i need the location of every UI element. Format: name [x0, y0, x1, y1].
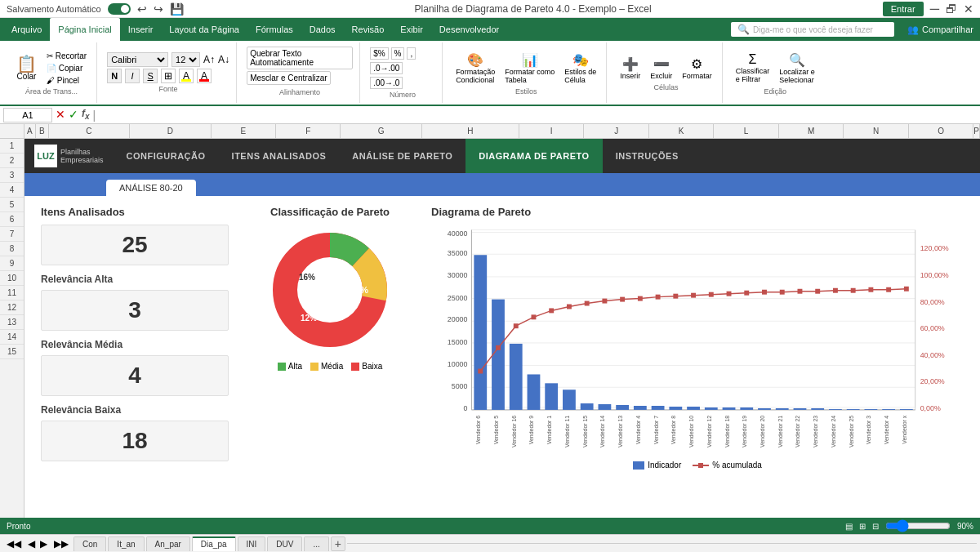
format-table-btn[interactable]: 📊 Formatar comoTabela	[501, 51, 558, 86]
cell-styles-btn[interactable]: 🎭 Estilos deCélula	[561, 51, 599, 86]
tab-revisao[interactable]: Revisão	[344, 18, 393, 41]
nav-analise[interactable]: ANÁLISE DE PARETO	[339, 139, 466, 173]
view-layout-icon[interactable]: ⊞	[859, 522, 866, 531]
tab-arquivo[interactable]: Arquivo	[3, 18, 50, 41]
close-btn[interactable]: ✕	[964, 2, 973, 16]
formula-input[interactable]	[99, 110, 977, 120]
col-o[interactable]: O	[909, 124, 973, 138]
col-k[interactable]: K	[649, 124, 714, 138]
col-c[interactable]: C	[49, 124, 130, 138]
total-card: 25	[41, 225, 229, 265]
font-grow-icon[interactable]: A↑	[203, 54, 215, 65]
tab-exibir[interactable]: Exibir	[392, 18, 431, 41]
view-normal-icon[interactable]: ▤	[845, 522, 853, 531]
copy-btn[interactable]: 📄 Copiar	[43, 63, 90, 73]
undo-icon[interactable]: ↩	[137, 2, 147, 16]
nav-diagrama[interactable]: DIAGRAMA DE PARETO	[466, 139, 602, 173]
comma-btn[interactable]: ,	[407, 47, 416, 60]
border-icon[interactable]: ⊞	[161, 69, 176, 83]
sheet-tab-diapa[interactable]: Dia_pa	[192, 536, 236, 551]
col-g[interactable]: G	[341, 124, 421, 138]
view-page-break-icon[interactable]: ⊟	[872, 522, 879, 531]
nav-instrucoes[interactable]: INSTRUÇÕES	[603, 139, 692, 173]
bold-btn[interactable]: N	[107, 69, 122, 83]
sheet-tab-ini[interactable]: INI	[238, 536, 266, 551]
tab-formulas[interactable]: Fórmulas	[247, 18, 301, 41]
col-b[interactable]: B	[36, 124, 49, 138]
sheet-tab-more[interactable]: ...	[304, 536, 328, 551]
svg-rect-96	[656, 295, 661, 300]
col-a[interactable]: A	[24, 124, 36, 138]
conditional-format-btn[interactable]: 🎨 FormataçãoCondicional	[452, 51, 498, 86]
merge-btn[interactable]: Mesclar e Centralizar	[247, 71, 330, 85]
font-shrink-icon[interactable]: A↓	[218, 54, 229, 65]
zoom-slider[interactable]	[885, 519, 951, 532]
scroll-prev-icon[interactable]: ◀	[26, 538, 37, 550]
svg-rect-94	[620, 297, 625, 302]
delete-btn[interactable]: ➖ Excluir	[647, 55, 675, 82]
cell-reference[interactable]: A1	[3, 108, 52, 122]
underline-btn[interactable]: S	[143, 69, 158, 83]
share-button[interactable]: Compartilhar	[922, 24, 973, 34]
tab-layout[interactable]: Layout da Página	[161, 18, 247, 41]
tab-inicio[interactable]: Página Inicial	[50, 18, 119, 41]
scroll-left-icon[interactable]: ◀◀	[3, 538, 24, 550]
col-n[interactable]: N	[844, 124, 908, 138]
sheet-tab-duv[interactable]: DUV	[267, 536, 302, 551]
minimize-btn[interactable]: ─	[930, 2, 939, 16]
format-cells-btn[interactable]: ⚙ Formatar	[679, 55, 715, 82]
dec-dec-btn[interactable]: .00→.0	[370, 77, 403, 89]
scroll-next-icon[interactable]: ▶	[38, 538, 49, 550]
insert-btn[interactable]: ➕ Inserir	[617, 55, 644, 82]
pct-btn[interactable]: %	[391, 47, 405, 60]
col-l[interactable]: L	[714, 124, 778, 138]
currency-btn[interactable]: $%	[370, 47, 388, 60]
nav-itens[interactable]: ITENS ANALISADOS	[219, 139, 340, 173]
add-sheet-button[interactable]: +	[331, 536, 345, 551]
nav-configuracao[interactable]: CONFIGURAÇÃO	[114, 139, 219, 173]
col-h[interactable]: H	[422, 124, 519, 138]
tab-desenvolvedor[interactable]: Desenvolvedor	[431, 18, 507, 41]
save-icon[interactable]: 💾	[170, 2, 184, 16]
confirm-formula-icon[interactable]: ✓	[69, 108, 78, 121]
sheet-tab-anpar[interactable]: An_par	[146, 536, 190, 551]
insert-function-icon[interactable]: fx	[82, 108, 90, 121]
tab-inserir[interactable]: Inserir	[120, 18, 162, 41]
sheet-tab-itan[interactable]: It_an	[108, 536, 144, 551]
font-color-icon[interactable]: A	[197, 69, 212, 83]
row-3: 3	[0, 168, 24, 183]
scroll-right-icon[interactable]: ▶▶	[51, 538, 72, 550]
col-m[interactable]: M	[779, 124, 844, 138]
col-d[interactable]: D	[130, 124, 211, 138]
find-btn[interactable]: 🔍 Localizar eSelecionar	[776, 51, 818, 86]
autosum-btn[interactable]: Σ Classificare Filtrar	[733, 51, 773, 86]
font-size-select[interactable]: 12	[172, 52, 200, 67]
svg-rect-90	[549, 308, 554, 313]
redo-icon[interactable]: ↪	[154, 2, 163, 16]
italic-btn[interactable]: I	[125, 69, 140, 83]
login-button[interactable]: Entrar	[883, 2, 924, 16]
fill-color-icon[interactable]: A	[179, 69, 194, 83]
wrap-text-btn[interactable]: Quebrar Texto Automaticamente	[247, 47, 353, 69]
autosave-toggle[interactable]	[108, 3, 131, 15]
col-j[interactable]: J	[584, 124, 648, 138]
col-f[interactable]: F	[276, 124, 341, 138]
svg-rect-87	[496, 345, 501, 350]
cancel-formula-icon[interactable]: ✕	[56, 108, 65, 121]
format-painter-btn[interactable]: 🖌 Pincel	[43, 75, 90, 86]
col-p[interactable]: P	[973, 124, 980, 138]
sub-tab-analise8020[interactable]: ANÁLISE 80-20	[106, 180, 196, 196]
svg-text:25000: 25000	[448, 294, 468, 302]
row-7: 7	[0, 227, 24, 242]
dec-inc-btn[interactable]: .0→.00	[370, 62, 403, 74]
paste-btn[interactable]: 📋 Colar	[13, 54, 40, 82]
svg-rect-86	[478, 369, 483, 374]
tab-dados[interactable]: Dados	[301, 18, 344, 41]
svg-rect-108	[868, 287, 873, 292]
col-i[interactable]: I	[519, 124, 584, 138]
restore-btn[interactable]: 🗗	[946, 2, 957, 16]
font-name-select[interactable]: Calibri	[107, 52, 168, 67]
col-e[interactable]: E	[212, 124, 276, 138]
cut-btn[interactable]: ✂ Recortar	[43, 51, 90, 61]
sheet-tab-con[interactable]: Con	[74, 536, 106, 551]
